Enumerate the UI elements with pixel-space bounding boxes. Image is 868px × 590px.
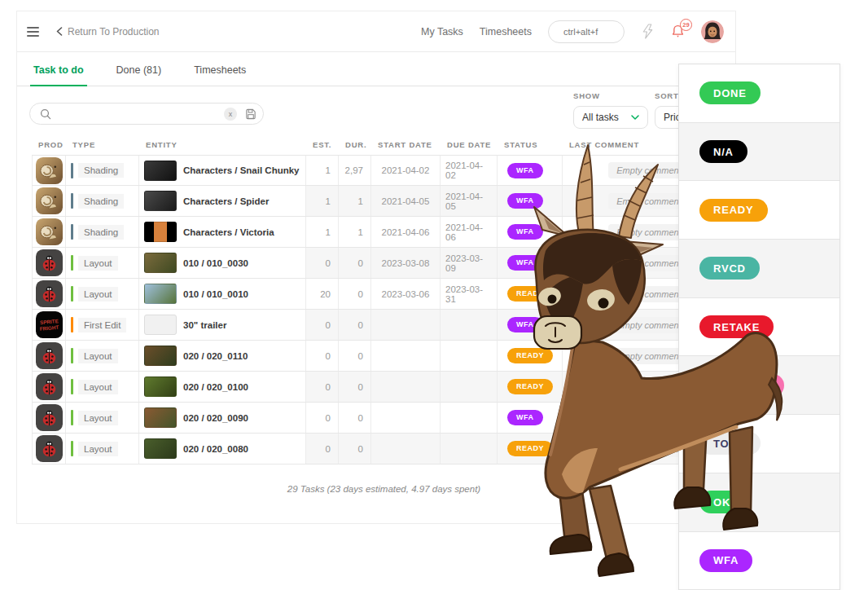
filter-bar: x SHOW All tasks SORTED Priority [17,90,735,137]
duration-cell: 0 [339,341,371,371]
entity-name: 020 / 020_0110 [183,351,248,361]
tab-done-81-[interactable]: Done (81) [115,64,164,86]
table-row[interactable]: SPRITEFRIGHTFirst Edit30" trailer00WFAEm… [32,310,736,341]
start-date-cell: 2023-03-06 [371,279,441,309]
status-panel-item[interactable]: N/A [679,123,840,182]
status-option-n-a[interactable]: N/A [699,140,747,163]
status-badge[interactable]: WFA [507,410,543,425]
type-cell: Layout [66,279,139,309]
duration-cell: 1 [339,217,371,247]
prod-cell [32,186,66,216]
task-type-color-bar [71,163,73,178]
tab-task-to-do[interactable]: Task to do [32,64,85,86]
status-badge[interactable]: READY [507,348,553,363]
global-search-input[interactable] [563,27,614,37]
table-row[interactable]: ShadingCharacters / Snail Chunky12,97202… [32,155,736,186]
user-avatar[interactable] [701,20,724,43]
global-search[interactable] [548,20,625,43]
table-row[interactable]: Layout020 / 020_009000WFAEmpty comment [32,403,736,434]
start-date-cell [371,310,441,340]
status-cell: WFA [498,217,563,247]
notification-count-badge: 29 [680,19,692,31]
task-type-label: First Edit [78,318,126,332]
start-date-cell [371,341,441,371]
prod-cell [32,248,66,278]
status-option-hidden[interactable] [699,374,784,397]
duration-cell: 1 [339,186,371,216]
production-icon [36,157,63,184]
entity-thumbnail [144,191,177,211]
table-row[interactable]: Layout020 / 020_008000READYEmpty comment [32,434,736,465]
duration-cell: 0 [339,310,371,340]
table-row[interactable]: Layout020 / 020_011000READYEmpty comment [32,341,736,372]
type-cell: Shading [66,156,139,185]
show-filter-dropdown[interactable]: All tasks [573,106,648,129]
duration-cell: 0 [339,434,371,464]
status-panel-item[interactable]: TODO [679,415,840,473]
entity-cell: 020 / 020_0110 [139,341,306,371]
entity-thumbnail [144,315,177,335]
last-comment: Empty comment [608,348,689,364]
status-panel-item[interactable]: RVCD [679,240,840,298]
status-panel-item[interactable] [679,356,840,415]
nav-my-tasks[interactable]: My Tasks [421,26,463,37]
table-row[interactable]: ShadingCharacters / Victoria112021-04-06… [32,217,736,248]
status-cell: READY [498,434,563,464]
status-panel-item[interactable]: DONE [679,64,840,123]
status-badge[interactable]: WFA [507,224,543,240]
table-row[interactable]: Layout020 / 020_010000READYEmpty comment [32,372,736,403]
status-option-retake[interactable]: RETAKE [699,315,774,338]
table-row[interactable]: ShadingCharacters / Spider112021-04-0520… [32,186,736,217]
ladybug-production-icon [36,249,63,276]
task-type-label: Layout [78,442,118,456]
tab-bar: Task to doDone (81)Timesheets [17,52,735,86]
table-row[interactable]: Layout010 / 010_00102002023-03-062023-03… [32,279,736,310]
task-search-input[interactable] [58,108,224,120]
status-option-todo[interactable]: TODO [699,432,761,455]
production-icon [36,435,63,462]
save-filter-icon[interactable] [245,108,256,120]
status-badge[interactable]: WFA [507,163,543,178]
production-icon: SPRITEFRIGHT [36,311,63,338]
task-type-label: Shading [78,225,124,240]
last-comment: Empty comment [608,193,689,209]
column-header: DUE DATE [441,137,498,155]
type-cell: Layout [66,434,139,464]
status-badge[interactable]: READY [507,286,553,302]
status-option-rvcd[interactable]: RVCD [699,257,760,280]
status-panel-item[interactable]: WFA [679,532,840,590]
task-type-color-bar [71,193,73,209]
nav-timesheets[interactable]: Timesheets [480,26,532,37]
task-type-label: Layout [78,349,118,363]
back-to-production-link[interactable]: Return To Production [56,26,160,37]
status-badge[interactable]: WFA [507,317,543,332]
duration-cell: 0 [339,248,371,278]
task-type-color-bar [71,317,73,332]
status-badge[interactable]: WFA [507,255,543,271]
due-date-cell [441,403,498,433]
clear-search-button[interactable]: x [224,108,237,121]
status-option-done[interactable]: DONE [699,81,761,104]
status-badge[interactable]: READY [507,441,553,456]
estimation-cell: 0 [306,248,339,278]
quick-action-button[interactable] [641,24,655,39]
menu-icon[interactable] [25,23,40,41]
notifications-button[interactable]: 29 [671,24,685,39]
avatar-photo [701,20,724,43]
type-cell: Shading [66,217,139,247]
status-panel-item[interactable]: OK [679,473,840,532]
task-type-label: Layout [78,256,118,271]
task-type-label: Layout [78,380,118,394]
status-badge[interactable]: WFA [507,193,543,209]
status-option-ok[interactable]: OK [699,491,744,513]
due-date-cell [441,310,498,340]
entity-name: 010 / 010_0030 [183,258,248,268]
table-row[interactable]: Layout010 / 010_0030002023-03-082023-03-… [32,248,736,279]
last-comment: Empty comment [608,224,689,240]
status-option-ready[interactable]: READY [699,199,768,222]
status-option-wfa[interactable]: WFA [699,549,752,572]
status-panel-item[interactable]: READY [679,181,840,240]
tab-timesheets[interactable]: Timesheets [192,64,248,86]
status-panel-item[interactable]: RETAKE [679,298,840,357]
status-badge[interactable]: READY [507,379,553,394]
